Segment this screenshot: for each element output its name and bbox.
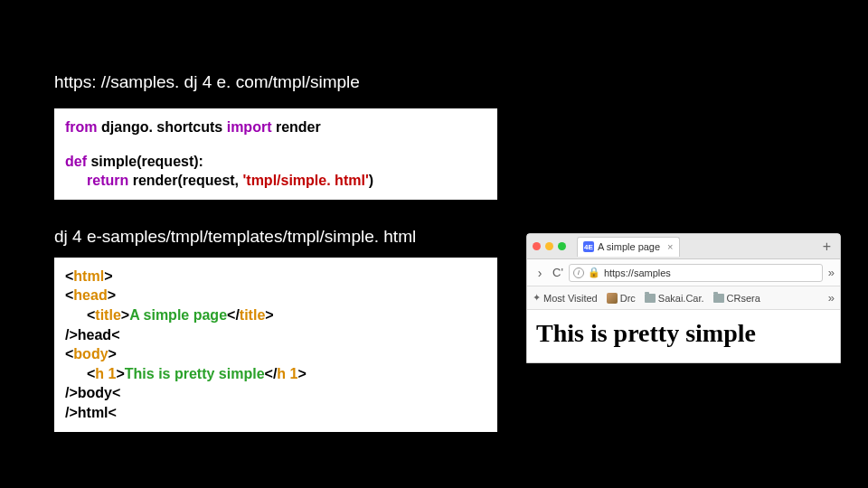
tab-title: A simple page <box>598 241 660 252</box>
zoom-dot-icon[interactable] <box>558 242 566 250</box>
close-dot-icon[interactable] <box>533 242 541 250</box>
avatar-icon <box>607 293 618 304</box>
call-text: render(request, <box>128 173 242 188</box>
lt: < <box>65 287 73 303</box>
tag-html: html <box>73 268 104 284</box>
close-body: />body< <box>65 385 120 400</box>
fn-args: (request): <box>137 154 203 169</box>
html-code-box: <html> <head> <title>A simple page</titl… <box>54 258 497 432</box>
favicon-icon: 4E <box>583 241 594 252</box>
tag-title: title <box>95 307 120 323</box>
kw-def: def <box>65 154 87 169</box>
close-head: />head< <box>65 327 119 343</box>
gt: > <box>265 307 273 323</box>
lock-icon: 🔒 <box>588 267 600 278</box>
site-info-icon[interactable]: i <box>573 267 584 278</box>
bookmarks-overflow-icon[interactable]: » <box>828 291 835 305</box>
address-bar[interactable]: i 🔒 https://samples <box>569 264 823 282</box>
tab-bar: 4E A simple page × + <box>527 234 840 259</box>
folder-icon <box>645 294 656 303</box>
browser-window: 4E A simple page × + › C' i 🔒 https://sa… <box>526 233 841 363</box>
minimize-dot-icon[interactable] <box>545 242 553 250</box>
title-text: A simple page <box>129 307 227 323</box>
folder-icon <box>713 294 724 303</box>
gt: > <box>104 268 112 284</box>
fn-name: simple <box>87 154 137 169</box>
call-close: ) <box>369 173 373 188</box>
gt: > <box>116 366 124 381</box>
new-tab-button[interactable]: + <box>819 239 835 255</box>
address-text: https://samples <box>604 267 671 278</box>
close-html: />html< <box>65 405 117 420</box>
bookmark-label: CRsera <box>727 293 760 304</box>
overflow-icon[interactable]: » <box>828 266 835 279</box>
import-name: render <box>271 119 320 135</box>
ltc: </ <box>265 366 278 381</box>
gt: > <box>297 366 306 381</box>
lt: < <box>87 307 95 323</box>
bookmark-label: Most Visited <box>543 293 598 304</box>
url-heading: https: //samples. dj 4 e. com/tmpl/simpl… <box>54 72 814 92</box>
h1-text: This is pretty simple <box>125 366 265 381</box>
lt: < <box>65 268 73 284</box>
bookmark-label: Drc <box>620 293 636 304</box>
browser-tab[interactable]: 4E A simple page × <box>577 237 680 257</box>
star-icon: ✦ <box>533 292 541 304</box>
python-code-box: from django. shortcuts import render def… <box>54 108 497 200</box>
string-literal: 'tmpl/simple. html' <box>243 173 369 188</box>
kw-from: from <box>65 119 98 135</box>
reload-button[interactable]: C' <box>552 266 563 279</box>
bookmark-label: Sakai.Car. <box>658 293 704 304</box>
window-controls <box>533 242 566 250</box>
lt: < <box>87 366 95 381</box>
bookmarks-bar: ✦Most Visited Drc Sakai.Car. CRsera » <box>527 286 840 310</box>
gt: > <box>108 346 117 361</box>
tag-head: head <box>73 287 107 303</box>
tag-h1: h 1 <box>95 366 116 381</box>
module-name: django. shortcuts <box>98 119 227 135</box>
kw-return: return <box>87 173 128 188</box>
gt: > <box>121 307 129 323</box>
nav-bar: › C' i 🔒 https://samples » <box>527 259 840 286</box>
tag-body: body <box>73 346 108 361</box>
forward-button[interactable]: › <box>533 266 547 280</box>
tab-close-icon[interactable]: × <box>667 241 673 252</box>
bookmark-sakai[interactable]: Sakai.Car. <box>645 293 704 304</box>
gt: > <box>108 287 116 303</box>
lt: < <box>65 346 73 361</box>
page-heading: This is pretty simple <box>536 319 831 348</box>
ltc: </ <box>227 307 240 323</box>
bookmark-most-visited[interactable]: ✦Most Visited <box>533 292 598 304</box>
tag-title-close: title <box>240 307 265 323</box>
bookmark-drc[interactable]: Drc <box>607 293 636 304</box>
kw-import: import <box>227 119 272 135</box>
bookmark-crsera[interactable]: CRsera <box>713 293 760 304</box>
tag-h1-close: h 1 <box>277 366 297 381</box>
page-content: This is pretty simple <box>527 310 840 362</box>
